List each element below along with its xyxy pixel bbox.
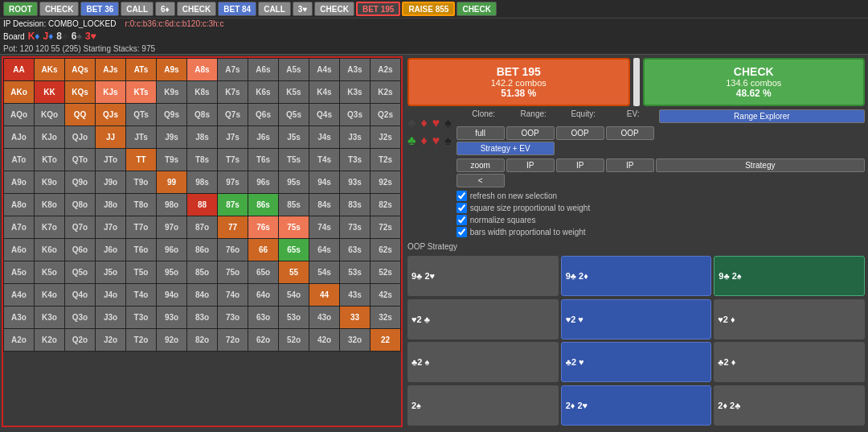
oop-button-3[interactable]: OOP — [606, 126, 654, 140]
matrix-cell[interactable]: 95o — [157, 261, 187, 284]
3h-button[interactable]: 3♥ — [293, 2, 313, 16]
6d-button[interactable]: 6♦ — [155, 2, 175, 16]
ip-button-3[interactable]: IP — [606, 158, 654, 172]
matrix-cell[interactable]: 66 — [248, 239, 279, 261]
oop-button-2[interactable]: OOP — [556, 126, 604, 140]
card-cell[interactable]: ♥2 ♥ — [561, 299, 712, 339]
bet195-action-box[interactable]: BET 195 142.2 combos 51.38 % — [407, 58, 630, 106]
matrix-cell[interactable]: QTo — [65, 149, 96, 171]
matrix-cell[interactable]: K6s — [248, 81, 279, 104]
matrix-cell[interactable]: T7s — [218, 149, 248, 171]
matrix-cell[interactable]: 86o — [187, 239, 218, 261]
checkbox-item[interactable]: bars width proportional to weight — [457, 227, 865, 237]
card-cell[interactable]: 9♣ 2♠ — [714, 256, 865, 296]
matrix-cell[interactable]: KJs — [96, 81, 126, 104]
matrix-cell[interactable]: K3s — [340, 81, 371, 104]
matrix-cell[interactable]: 74s — [309, 216, 340, 239]
matrix-cell[interactable]: 53o — [279, 307, 309, 329]
matrix-cell[interactable]: K4o — [35, 284, 65, 307]
matrix-cell[interactable]: 95s — [279, 171, 309, 194]
bet84-button[interactable]: BET 84 — [218, 2, 256, 16]
matrix-cell[interactable]: K9s — [157, 81, 187, 104]
matrix-cell[interactable]: T3o — [126, 307, 157, 329]
matrix-cell[interactable]: J8s — [187, 126, 218, 149]
matrix-cell[interactable]: K2o — [35, 329, 65, 352]
matrix-cell[interactable]: A4s — [309, 59, 340, 81]
matrix-cell[interactable]: K7s — [218, 81, 248, 104]
card-cell[interactable]: 9♣ 2♦ — [561, 256, 712, 296]
matrix-cell[interactable]: 44 — [309, 284, 340, 307]
call-button-1[interactable]: CALL — [121, 2, 154, 16]
matrix-cell[interactable]: K5o — [35, 261, 65, 284]
matrix-cell[interactable]: 93o — [157, 307, 187, 329]
matrix-cell[interactable]: 85s — [279, 194, 309, 216]
matrix-cell[interactable]: 83s — [340, 194, 371, 216]
card-cell[interactable]: ♥2 ♦ — [714, 299, 865, 339]
matrix-cell[interactable]: 75s — [279, 216, 309, 239]
matrix-cell[interactable]: J4o — [96, 284, 126, 307]
matrix-cell[interactable]: 64o — [248, 284, 279, 307]
matrix-cell[interactable]: AKs — [35, 59, 65, 81]
matrix-cell[interactable]: 65s — [279, 239, 309, 261]
matrix-cell[interactable]: K4s — [309, 81, 340, 104]
matrix-cell[interactable]: JTs — [126, 126, 157, 149]
matrix-cell[interactable]: KJo — [35, 126, 65, 149]
matrix-cell[interactable]: 32s — [371, 307, 401, 329]
matrix-cell[interactable]: A2s — [371, 59, 401, 81]
matrix-cell[interactable]: QQ — [65, 104, 96, 126]
matrix-cell[interactable]: 65o — [248, 261, 279, 284]
matrix-cell[interactable]: A6o — [4, 239, 35, 261]
matrix-cell[interactable]: 75o — [218, 261, 248, 284]
matrix-cell[interactable]: 98o — [157, 194, 187, 216]
card-cell[interactable]: 9♣ 2♥ — [407, 256, 559, 296]
matrix-cell[interactable]: KTs — [126, 81, 157, 104]
matrix-cell[interactable]: A5s — [279, 59, 309, 81]
matrix-cell[interactable]: Q2o — [65, 329, 96, 352]
matrix-cell[interactable]: 82o — [187, 329, 218, 352]
matrix-cell[interactable]: T8o — [126, 194, 157, 216]
card-cell[interactable]: 2♦ 2♥ — [561, 385, 712, 426]
diamond-icon-1[interactable]: ♦ — [421, 116, 428, 130]
matrix-cell[interactable]: J2o — [96, 329, 126, 352]
matrix-cell[interactable]: AA — [4, 59, 35, 81]
matrix-cell[interactable]: J6s — [248, 126, 279, 149]
matrix-cell[interactable]: Q3o — [65, 307, 96, 329]
matrix-cell[interactable]: JTo — [96, 149, 126, 171]
matrix-cell[interactable]: K7o — [35, 216, 65, 239]
matrix-cell[interactable]: J9s — [157, 126, 187, 149]
matrix-cell[interactable]: T6o — [126, 239, 157, 261]
matrix-cell[interactable]: 73o — [218, 307, 248, 329]
diamond-icon-2[interactable]: ♦ — [421, 134, 428, 148]
matrix-cell[interactable]: K2s — [371, 81, 401, 104]
checkbox-item[interactable]: refresh on new selection — [457, 191, 865, 201]
matrix-cell[interactable]: 84o — [187, 284, 218, 307]
matrix-cell[interactable]: 62s — [371, 239, 401, 261]
matrix-cell[interactable]: Q2s — [371, 104, 401, 126]
matrix-cell[interactable]: 62o — [248, 329, 279, 352]
matrix-cell[interactable]: 42o — [309, 329, 340, 352]
strategy-button[interactable]: Strategy — [656, 158, 865, 172]
matrix-cell[interactable]: KK — [35, 81, 65, 104]
check-button-3[interactable]: CHECK — [314, 2, 354, 16]
matrix-cell[interactable]: ATs — [126, 59, 157, 81]
matrix-cell[interactable]: K8s — [187, 81, 218, 104]
cb2-checkbox[interactable] — [457, 203, 467, 213]
matrix-cell[interactable]: Q5o — [65, 261, 96, 284]
matrix-cell[interactable]: 96s — [248, 171, 279, 194]
ip-button-2[interactable]: IP — [556, 158, 604, 172]
checkbox-item[interactable]: normalize squares — [457, 215, 865, 225]
matrix-cell[interactable]: 53s — [340, 261, 371, 284]
matrix-cell[interactable]: KQs — [65, 81, 96, 104]
matrix-cell[interactable]: 72o — [218, 329, 248, 352]
matrix-cell[interactable]: 77 — [218, 216, 248, 239]
matrix-cell[interactable]: AQo — [4, 104, 35, 126]
matrix-cell[interactable]: Q8s — [187, 104, 218, 126]
matrix-cell[interactable]: 72s — [371, 216, 401, 239]
checkbox-item[interactable]: square size proportional to weight — [457, 203, 865, 213]
matrix-cell[interactable]: A7o — [4, 216, 35, 239]
card-cell[interactable]: 2♠ — [407, 385, 559, 426]
card-cell[interactable]: ♣2 ♦ — [714, 342, 865, 382]
card-cell[interactable]: ♥2 ♣ — [407, 299, 559, 339]
matrix-cell[interactable]: A3o — [4, 307, 35, 329]
matrix-cell[interactable]: A2o — [4, 329, 35, 352]
